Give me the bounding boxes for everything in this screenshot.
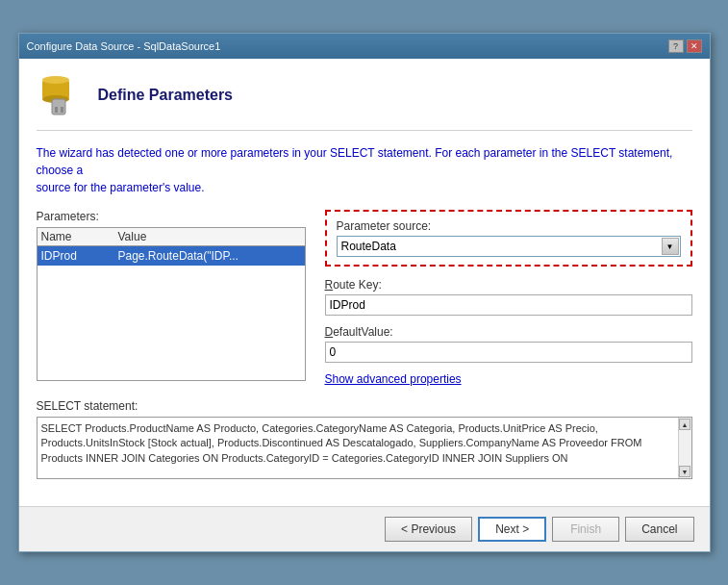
help-button[interactable]: ? <box>668 39 684 53</box>
param-value: Page.RouteData("IDP... <box>118 249 301 263</box>
svg-rect-4 <box>55 107 58 113</box>
route-key-label: Route Key: <box>325 278 692 292</box>
param-source-select-wrapper: RouteData None Cookie Control Form Profi… <box>337 236 681 257</box>
col-value: Value <box>118 230 147 243</box>
main-area: Parameters: Name Value IDProd Page.Route… <box>37 210 692 386</box>
route-key-input[interactable] <box>325 294 692 316</box>
route-key-group: Route Key: <box>325 278 692 316</box>
show-advanced-link[interactable]: Show advanced properties <box>325 372 462 386</box>
default-value-input[interactable] <box>325 342 692 363</box>
title-bar-controls: ? ✕ <box>668 39 702 53</box>
finish-button[interactable]: Finish <box>552 517 619 542</box>
cancel-button[interactable]: Cancel <box>625 517 693 542</box>
dialog-header: Define Parameters <box>37 72 692 131</box>
title-bar: Configure Data Source - SqlDataSource1 ?… <box>19 34 710 59</box>
param-name: IDProd <box>41 249 118 263</box>
default-value-label: DefaultValue: <box>325 325 692 339</box>
desc-text-prefix: The wizard has detected one or more para… <box>37 146 673 177</box>
scroll-down-arrow[interactable]: ▼ <box>679 466 690 477</box>
sql-label: SELECT statement: <box>37 399 692 413</box>
sql-box: SELECT Products.ProductName AS Producto,… <box>37 417 692 479</box>
header-icon <box>37 72 83 118</box>
col-name: Name <box>41 230 118 243</box>
parameters-label: Parameters: <box>37 210 306 223</box>
default-value-group: DefaultValue: <box>325 325 692 363</box>
table-row[interactable]: IDProd Page.RouteData("IDP... <box>38 246 305 266</box>
description: The wizard has detected one or more para… <box>37 144 692 196</box>
sql-scrollbar: ▲ ▼ <box>678 418 691 478</box>
param-source-label: Parameter source: <box>337 219 681 233</box>
param-source-box: Parameter source: RouteData None Cookie … <box>325 210 692 267</box>
database-icon <box>38 74 81 116</box>
close-button[interactable]: ✕ <box>687 39 702 53</box>
main-window: Configure Data Source - SqlDataSource1 ?… <box>18 33 711 552</box>
previous-button[interactable]: < Previous <box>385 517 472 542</box>
parameters-section: Parameters: Name Value IDProd Page.Route… <box>37 210 306 386</box>
param-source-select[interactable]: RouteData None Cookie Control Form Profi… <box>337 236 681 257</box>
svg-point-1 <box>42 76 69 84</box>
sql-section: SELECT statement: SELECT Products.Produc… <box>37 399 692 479</box>
dialog-content: Define Parameters The wizard has detecte… <box>19 59 710 506</box>
window-title: Configure Data Source - SqlDataSource1 <box>27 40 221 52</box>
parameters-table: Name Value IDProd Page.RouteData("IDP... <box>37 227 306 381</box>
dialog-footer: < Previous Next > Finish Cancel <box>19 506 710 551</box>
header-title-text: Define Parameters <box>98 87 234 104</box>
scroll-up-arrow[interactable]: ▲ <box>679 419 690 430</box>
right-section: Parameter source: RouteData None Cookie … <box>325 210 692 386</box>
next-button[interactable]: Next > <box>478 517 546 542</box>
svg-rect-5 <box>61 107 63 113</box>
table-body: IDProd Page.RouteData("IDP... <box>38 246 305 371</box>
sql-text: SELECT Products.ProductName AS Producto,… <box>41 421 674 466</box>
table-header: Name Value <box>38 228 305 246</box>
desc-text-suffix: source for the parameter's value. <box>37 181 205 194</box>
